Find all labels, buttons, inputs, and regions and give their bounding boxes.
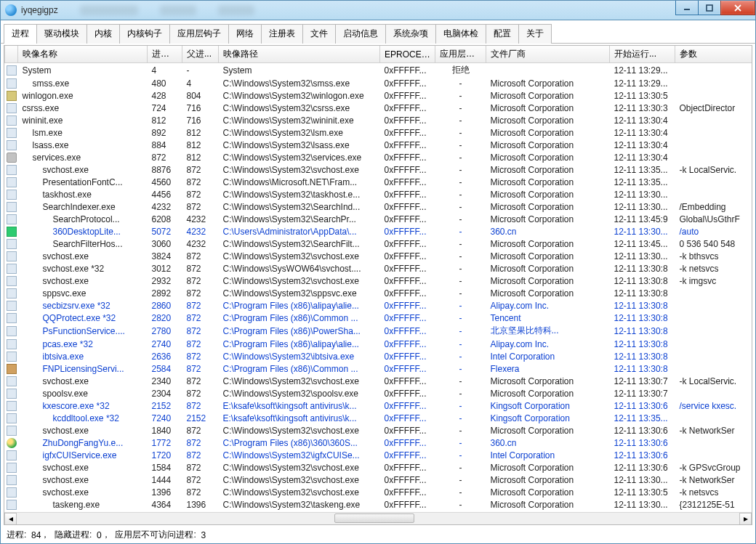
cell-eproc: 0xFFFFF... <box>380 225 435 238</box>
table-row[interactable]: QQProtect.exe *322820872C:\Program Files… <box>5 312 752 324</box>
tab-9[interactable]: 系统杂项 <box>385 24 436 44</box>
table-row[interactable]: FNPLicensingServi...2584872C:\Program Fi… <box>5 362 752 375</box>
column-header-pid[interactable]: 进程ID <box>148 46 182 63</box>
column-header-appaccess[interactable]: 应用层访... <box>435 46 486 63</box>
table-row[interactable]: System4-System0xFFFFF...拒绝12-11 13:29... <box>5 63 752 78</box>
tab-6[interactable]: 注册表 <box>261 24 303 44</box>
sys-icon <box>7 264 17 274</box>
cell-ppid: 872 <box>182 200 219 213</box>
scroll-left-button[interactable]: ◂ <box>4 513 17 525</box>
table-row[interactable]: kxescore.exe *322152872E:\ksafe\ksoft\ki… <box>5 399 752 412</box>
table-row[interactable]: svchost.exe8876872C:\Windows\System32\sv… <box>5 163 752 176</box>
tab-12[interactable]: 关于 <box>518 24 552 44</box>
table-row[interactable]: kcddltool.exe *3272402152E:\ksafe\ksoft\… <box>5 412 752 424</box>
table-row[interactable]: taskhost.exe4456872C:\Windows\System32\t… <box>5 188 752 200</box>
column-header-path[interactable]: 映像路径 <box>219 46 380 63</box>
tab-1[interactable]: 驱动模块 <box>36 24 87 44</box>
column-header-start[interactable]: 开始运行... <box>610 46 675 63</box>
cell-path: C:\Windows\System32\winlogon.exe <box>219 89 380 102</box>
table-row[interactable]: wininit.exe812716C:\Windows\System32\win… <box>5 114 752 126</box>
table-row[interactable]: PresentationFontC...4560872C:\Windows\Mi… <box>5 176 752 188</box>
table-row[interactable]: sppsvc.exe2892872C:\Windows\System32\spp… <box>5 287 752 299</box>
table-row[interactable]: svchost.exe *323012872C:\Windows\SysWOW6… <box>5 262 752 275</box>
tab-3[interactable]: 内核钩子 <box>119 24 170 44</box>
table-row[interactable]: ZhuDongFangYu.e...1772872C:\Program File… <box>5 437 752 449</box>
table-row[interactable]: csrss.exe724716C:\Windows\System32\csrss… <box>5 102 752 114</box>
cell-path: C:\Windows\System32\taskeng.exe <box>219 498 380 511</box>
table-row[interactable]: svchost.exe3824872C:\Windows\System32\sv… <box>5 250 752 262</box>
tab-5[interactable]: 网络 <box>228 24 262 44</box>
table-row[interactable]: secbizsrv.exe *322860872C:\Program Files… <box>5 299 752 312</box>
table-row[interactable]: SearchProtocol...62084232C:\Windows\Syst… <box>5 213 752 225</box>
column-header-image[interactable]: 映像名称 <box>18 46 148 63</box>
table-row[interactable]: winlogon.exe428804C:\Windows\System32\wi… <box>5 89 752 102</box>
cell-path: C:\Program Files (x86)\PowerSha... <box>219 324 380 338</box>
cell-start: 12-11 13:30... <box>610 474 675 486</box>
close-button[interactable] <box>720 1 755 15</box>
tab-7[interactable]: 文件 <box>302 24 336 44</box>
cell-image: spoolsv.exe <box>18 387 148 399</box>
cell-pid: 1584 <box>148 461 182 474</box>
process-grid-scroll[interactable]: 映像名称进程ID父进...映像路径EPROCESS应用层访...文件厂商开始运行… <box>4 46 752 512</box>
cell-appaccess: - <box>435 362 486 375</box>
table-row[interactable]: services.exe872812C:\Windows\System32\se… <box>5 151 752 163</box>
maximize-button[interactable] <box>698 1 721 15</box>
cell-eproc: 0xFFFFF... <box>380 188 435 200</box>
cell-start: 12-11 13:30:4 <box>610 151 675 163</box>
scroll-right-button[interactable]: ▸ <box>739 513 752 525</box>
cell-ppid: 4232 <box>182 213 219 225</box>
table-row[interactable]: taskeng.exe43641396C:\Windows\System32\t… <box>5 498 752 511</box>
status-processes-label: 进程: <box>7 529 26 541</box>
table-row[interactable]: lsm.exe892812C:\Windows\System32\lsm.exe… <box>5 126 752 139</box>
table-row[interactable]: svchost.exe2932872C:\Windows\System32\sv… <box>5 275 752 287</box>
table-row[interactable]: spoolsv.exe2304872C:\Windows\System32\sp… <box>5 387 752 399</box>
sys-icon <box>7 313 17 323</box>
cell-image: kcddltool.exe *32 <box>18 412 148 424</box>
scroll-track[interactable] <box>17 513 739 525</box>
column-header-ppid[interactable]: 父进... <box>182 46 219 63</box>
table-row[interactable]: 360DesktopLite...50724232C:\Users\Admini… <box>5 225 752 238</box>
scroll-thumb[interactable] <box>334 513 414 523</box>
table-row[interactable]: ibtsiva.exe2636872C:\Windows\System32\ib… <box>5 350 752 362</box>
tab-10[interactable]: 电脑体检 <box>435 24 486 44</box>
cell-image: svchost.exe <box>18 375 148 387</box>
cell-ppid: 812 <box>182 139 219 151</box>
tab-0[interactable]: 进程 <box>4 24 37 44</box>
minimize-button[interactable] <box>675 1 699 15</box>
cell-pid: 4 <box>148 63 182 78</box>
sys-icon <box>7 475 17 485</box>
cell-path: E:\ksafe\ksoft\kingsoft antivirus\k... <box>219 412 380 424</box>
cell-start: 12-11 13:30... <box>610 498 675 511</box>
table-row[interactable]: lsass.exe884812C:\Windows\System32\lsass… <box>5 139 752 151</box>
column-header-eproc[interactable]: EPROCESS <box>380 46 435 63</box>
column-header-vendor[interactable]: 文件厂商 <box>486 46 610 63</box>
cell-image: svchost.exe <box>18 486 148 498</box>
table-row[interactable]: SearchFilterHos...30604232C:\Windows\Sys… <box>5 238 752 250</box>
table-row[interactable]: svchost.exe1584872C:\Windows\System32\sv… <box>5 461 752 474</box>
horizontal-scrollbar[interactable]: ◂ ▸ <box>4 512 752 524</box>
cell-ppid: 872 <box>182 299 219 312</box>
cell-path: C:\Windows\System32\lsass.exe <box>219 139 380 151</box>
cell-start: 12-11 13:45... <box>610 238 675 250</box>
column-header-icon[interactable] <box>5 46 18 63</box>
tab-8[interactable]: 启动信息 <box>335 24 386 44</box>
cell-appaccess: - <box>435 350 486 362</box>
tab-2[interactable]: 内核 <box>87 24 120 44</box>
table-row[interactable]: svchost.exe2340872C:\Windows\System32\sv… <box>5 375 752 387</box>
cell-start: 12-11 13:35... <box>610 412 675 424</box>
cell-pid: 2932 <box>148 275 182 287</box>
table-row[interactable]: pcas.exe *322740872C:\Program Files (x86… <box>5 338 752 350</box>
table-row[interactable]: svchost.exe1840872C:\Windows\System32\sv… <box>5 424 752 437</box>
table-row[interactable]: igfxCUIService.exe1720872C:\Windows\Syst… <box>5 449 752 461</box>
cell-eproc: 0xFFFFF... <box>380 312 435 324</box>
table-row[interactable]: svchost.exe1444872C:\Windows\System32\sv… <box>5 474 752 486</box>
tab-4[interactable]: 应用层钩子 <box>169 24 229 44</box>
tab-11[interactable]: 配置 <box>486 24 519 44</box>
cell-path: C:\Program Files (x86)\alipay\alie... <box>219 338 380 350</box>
cell-path: E:\ksafe\ksoft\kingsoft antivirus\k... <box>219 399 380 412</box>
table-row[interactable]: smss.exe4804C:\Windows\System32\smss.exe… <box>5 77 752 89</box>
column-header-params[interactable]: 参数 <box>675 46 752 63</box>
table-row[interactable]: svchost.exe1396872C:\Windows\System32\sv… <box>5 486 752 498</box>
table-row[interactable]: SearchIndexer.exe4232872C:\Windows\Syste… <box>5 200 752 213</box>
table-row[interactable]: PsFunctionService....2780872C:\Program F… <box>5 324 752 338</box>
